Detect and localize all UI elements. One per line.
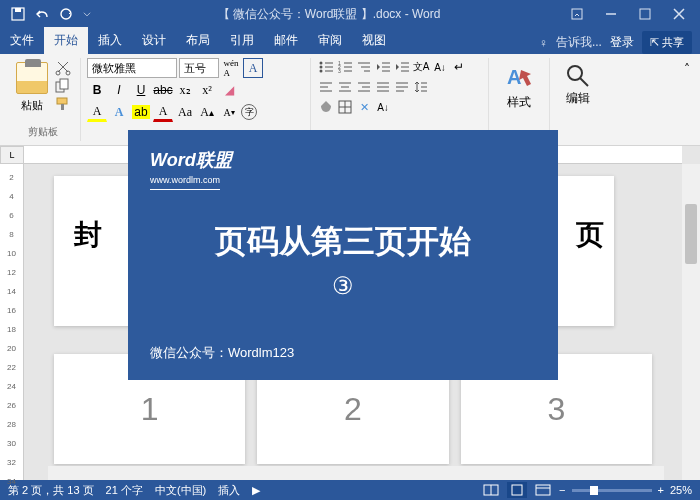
numbering-icon[interactable]: 123	[336, 58, 354, 76]
svg-rect-1	[15, 8, 21, 12]
font-group: 微软雅黑 五号 wénA A B I U abc x₂ x² ◢ A A ab …	[81, 58, 311, 141]
borders-icon[interactable]	[336, 98, 354, 116]
edit-button[interactable]: 编辑	[556, 58, 600, 111]
svg-text:A: A	[507, 66, 521, 88]
collapse-ribbon-icon[interactable]: ˄	[680, 58, 694, 141]
shading-icon[interactable]	[317, 98, 335, 116]
increase-indent-icon[interactable]	[393, 58, 411, 76]
tab-references[interactable]: 引用	[220, 27, 264, 54]
text-highlight-icon[interactable]: A	[87, 102, 107, 122]
superscript-button[interactable]: x²	[197, 80, 217, 100]
page-count[interactable]: 第 2 页，共 13 页	[8, 483, 94, 498]
underline-button[interactable]: U	[131, 80, 151, 100]
ruler-corner[interactable]: L	[0, 146, 24, 164]
overlay-logo: Word联盟	[150, 148, 536, 172]
align-left-icon[interactable]	[317, 78, 335, 96]
styles-button[interactable]: A 样式	[495, 58, 543, 115]
shrink-font-icon[interactable]: A▾	[219, 102, 239, 122]
print-layout-icon[interactable]	[507, 482, 527, 498]
web-layout-icon[interactable]	[533, 482, 553, 498]
ribbon-tabs: 文件 开始 插入 设计 布局 引用 邮件 审阅 视图 ♀ 告诉我... 登录 ⇱…	[0, 28, 700, 54]
line-spacing-icon[interactable]	[412, 78, 430, 96]
multilevel-list-icon[interactable]	[355, 58, 373, 76]
save-icon[interactable]	[10, 6, 26, 22]
word-count[interactable]: 21 个字	[106, 483, 143, 498]
text-direction-icon[interactable]: 文A	[412, 58, 430, 76]
grow-font-icon[interactable]: A▴	[197, 102, 217, 122]
zoom-slider[interactable]	[572, 489, 652, 492]
horizontal-scrollbar[interactable]	[48, 466, 664, 480]
svg-point-55	[568, 66, 582, 80]
zoom-level[interactable]: 25%	[670, 484, 692, 496]
phonetic-guide-icon[interactable]: wénA	[221, 58, 241, 78]
tab-review[interactable]: 审阅	[308, 27, 352, 54]
read-mode-icon[interactable]	[481, 482, 501, 498]
svg-text:3: 3	[338, 68, 341, 74]
svg-line-56	[580, 78, 588, 86]
close-icon[interactable]	[664, 4, 694, 24]
align-center-icon[interactable]	[336, 78, 354, 96]
quick-access-toolbar	[0, 6, 102, 22]
vertical-ruler[interactable]: 246810121416182022242628303234	[0, 164, 24, 480]
language-status[interactable]: 中文(中国)	[155, 483, 206, 498]
font-color-icon[interactable]: A	[153, 102, 173, 122]
asian-layout-icon[interactable]: ✕	[355, 98, 373, 116]
sort-para-icon[interactable]: A↓	[374, 98, 392, 116]
bullets-icon[interactable]	[317, 58, 335, 76]
distribute-icon[interactable]	[393, 78, 411, 96]
macro-icon[interactable]: ▶	[252, 484, 260, 497]
tab-design[interactable]: 设计	[132, 27, 176, 54]
align-right-icon[interactable]	[355, 78, 373, 96]
bold-button[interactable]: B	[87, 80, 107, 100]
tab-view[interactable]: 视图	[352, 27, 396, 54]
subscript-button[interactable]: x₂	[175, 80, 195, 100]
paste-button[interactable]: 粘贴	[12, 58, 52, 117]
copy-icon[interactable]	[54, 78, 72, 94]
redo-icon[interactable]	[58, 6, 74, 22]
font-name-combo[interactable]: 微软雅黑	[87, 58, 177, 78]
tab-mailings[interactable]: 邮件	[264, 27, 308, 54]
char-border-icon[interactable]: A	[243, 58, 263, 78]
clear-format-icon[interactable]: ◢	[219, 80, 239, 100]
window-title: 【 微信公众号：Word联盟 】.docx - Word	[102, 6, 556, 23]
insert-mode[interactable]: 插入	[218, 483, 240, 498]
text-effects-icon[interactable]: A	[109, 102, 129, 122]
change-case-icon[interactable]: Aa	[175, 102, 195, 122]
strikethrough-button[interactable]: abc	[153, 80, 173, 100]
titlebar: 【 微信公众号：Word联盟 】.docx - Word	[0, 0, 700, 28]
paragraph-group: 123 文A A↓ ↵ ✕ A↓	[311, 58, 489, 141]
scroll-thumb[interactable]	[685, 204, 697, 264]
qat-dropdown-icon[interactable]	[82, 6, 92, 22]
maximize-icon[interactable]	[630, 4, 660, 24]
decrease-indent-icon[interactable]	[374, 58, 392, 76]
ribbon-options-icon[interactable]	[562, 4, 592, 24]
tab-insert[interactable]: 插入	[88, 27, 132, 54]
zoom-out-button[interactable]: −	[559, 484, 565, 496]
italic-button[interactable]: I	[109, 80, 129, 100]
tab-home[interactable]: 开始	[44, 27, 88, 54]
enclose-char-icon[interactable]: 字	[241, 104, 257, 120]
vertical-scrollbar[interactable]	[682, 164, 700, 480]
tellme-input[interactable]: 告诉我...	[556, 34, 602, 51]
window-controls	[556, 4, 700, 24]
share-button[interactable]: ⇱ 共享	[642, 31, 692, 54]
highlight-color-icon[interactable]: ab	[131, 102, 151, 122]
sort-icon[interactable]: A↓	[431, 58, 449, 76]
font-size-combo[interactable]: 五号	[179, 58, 219, 78]
undo-icon[interactable]	[34, 6, 50, 22]
tab-file[interactable]: 文件	[0, 27, 44, 54]
clipboard-label: 剪贴板	[12, 123, 74, 141]
paste-icon	[16, 62, 48, 94]
minimize-icon[interactable]	[596, 4, 626, 24]
justify-icon[interactable]	[374, 78, 392, 96]
svg-rect-5	[640, 9, 650, 19]
svg-point-16	[320, 70, 323, 73]
show-marks-icon[interactable]: ↵	[450, 58, 468, 76]
tab-layout[interactable]: 布局	[176, 27, 220, 54]
overlay-banner: Word联盟 www.wordlm.com 页码从第三页开始 ③ 微信公众号：W…	[128, 130, 558, 380]
login-button[interactable]: 登录	[610, 34, 634, 51]
format-painter-icon[interactable]	[54, 96, 72, 112]
zoom-in-button[interactable]: +	[658, 484, 664, 496]
cut-icon[interactable]	[54, 60, 72, 76]
styles-group: A 样式	[489, 58, 550, 141]
